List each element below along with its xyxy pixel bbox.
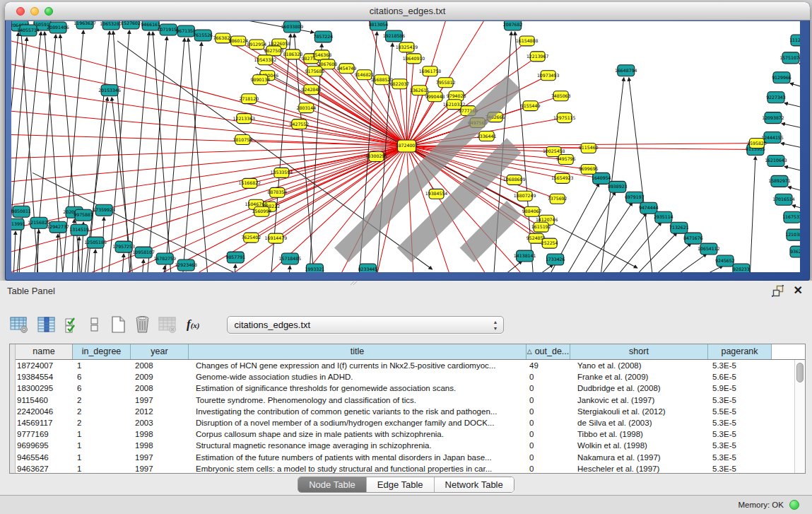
table-cell: 2 (73, 395, 131, 406)
table-cell: 1998 (131, 428, 189, 440)
close-panel-icon[interactable]: ✕ (794, 284, 803, 297)
network-canvas[interactable]: 2064846150591214055714208914061196362710… (11, 21, 800, 272)
table-cell: 0 (526, 371, 570, 382)
table-cell: 1997 (131, 452, 189, 463)
tab-network-table[interactable]: Network Table (435, 477, 514, 492)
table-cell: 1997 (131, 395, 189, 406)
table-row[interactable]: 969969511998Structural magnetic resonanc… (16, 440, 805, 451)
table-source-select[interactable]: citations_edges.txt ▲▼ (227, 316, 504, 334)
table-cell: 5.5E-5 (708, 406, 772, 417)
table-cell: 0 (526, 417, 570, 428)
table-cell: Wolkin et al. (1998) (570, 440, 708, 451)
table-cell: 18300295 (16, 382, 73, 394)
scrollbar-thumb[interactable] (796, 363, 804, 382)
delete-column-icon[interactable] (134, 315, 151, 334)
table-cell: Estimation of significance thresholds fo… (189, 382, 526, 394)
table-cell: 2012 (131, 406, 189, 417)
row-header-gutter (10, 344, 16, 473)
table-cell: 5.3E-5 (708, 417, 772, 428)
table-body: 1872400712008Changes of HCN gene express… (16, 360, 805, 473)
panel-title: Table Panel (7, 286, 55, 296)
table-cell: 19384554 (16, 371, 73, 382)
table-row[interactable]: 977716911998Corpus callosum shape and si… (16, 428, 805, 440)
float-panel-icon[interactable] (772, 285, 784, 297)
table-row[interactable]: 1938455462009Genome-wide association stu… (16, 371, 805, 382)
table-cell: Embryonic stem cells: a model to study s… (189, 463, 526, 473)
window-titlebar[interactable]: citations_edges.txt (5, 2, 810, 21)
table-row[interactable]: 946362711997Embryonic stem cells: a mode… (16, 463, 805, 473)
resize-grip-icon[interactable] (11, 21, 799, 271)
node-table: namein_degreeyeartitle△out_de...shortpag… (9, 344, 806, 474)
table-cell: 5.6E-5 (708, 371, 772, 382)
table-cell: 1997 (131, 463, 189, 473)
table-row[interactable]: 1872400712008Changes of HCN gene express… (16, 360, 805, 371)
column-header-short[interactable]: short (570, 344, 708, 359)
sort-asc-icon: △ (527, 348, 532, 355)
table-cell: Changes of HCN gene expression and I(f) … (189, 360, 526, 371)
table-cell: 14569117 (16, 417, 73, 428)
rows-icon[interactable] (90, 316, 99, 333)
table-cell: 2 (73, 417, 131, 428)
table-cell: Hescheler et al. (1997) (570, 463, 708, 473)
table-cell: 22420046 (16, 406, 73, 417)
table-cell: 2 (73, 406, 131, 417)
table-row[interactable]: 1456911722003Disruption of a novel membe… (16, 417, 805, 428)
new-column-icon[interactable] (110, 315, 126, 334)
table-cell: 9465546 (16, 452, 73, 463)
table-cell: 9777169 (16, 428, 73, 440)
table-grid: namein_degreeyeartitle△out_de...shortpag… (16, 344, 805, 473)
table-panel-header: Table Panel ✕ (0, 281, 812, 300)
table-cell: 5.3E-5 (708, 428, 772, 440)
column-header-in-degree[interactable]: in_degree (73, 344, 131, 359)
tab-edge-table[interactable]: Edge Table (367, 477, 435, 492)
table-cell: Corpus callosum shape and size in male p… (189, 428, 526, 440)
table-cell: 9463627 (16, 463, 73, 473)
column-header-name[interactable]: name (16, 344, 73, 359)
table-scrollbar[interactable] (794, 360, 805, 473)
table-cell: 9115460 (16, 395, 73, 406)
tab-node-table[interactable]: Node Table (298, 477, 367, 492)
show-column-icon[interactable] (37, 316, 56, 334)
table-cell: 5.3E-5 (708, 395, 772, 406)
table-cell: 0 (526, 463, 570, 473)
select-all-icon[interactable] (64, 316, 80, 334)
column-header-title[interactable]: title (189, 344, 526, 359)
delete-table-icon (158, 316, 177, 334)
table-row[interactable]: 946554611997Estimation of the future num… (16, 452, 805, 463)
table-cell: 5.3E-5 (708, 440, 772, 451)
table-cell: 0 (526, 382, 570, 394)
table-cell: Yano et al. (2008) (570, 360, 708, 371)
table-cell: 2003 (131, 417, 189, 428)
memory-status-indicator (789, 500, 799, 510)
function-builder-icon[interactable]: f(x) (187, 317, 200, 332)
splitter-grip[interactable] (349, 281, 358, 286)
table-cell: 9699695 (16, 440, 73, 451)
window-title: citations_edges.txt (5, 6, 810, 16)
table-cell: Tibbo et al. (1998) (570, 428, 708, 440)
table-cell: 0 (526, 395, 570, 406)
table-row[interactable]: 1830029562008Estimation of significance … (16, 382, 805, 394)
table-cell: 0 (526, 452, 570, 463)
table-mode-icon[interactable] (10, 316, 29, 334)
column-header-pagerank[interactable]: pagerank (708, 344, 772, 359)
table-cell: 0 (526, 406, 570, 417)
table-cell: 5.3E-5 (708, 360, 772, 371)
network-window[interactable]: citations_edges.txt 20648461505912140557… (5, 2, 810, 281)
table-cell: 49 (526, 360, 570, 371)
table-row[interactable]: 2242004622012Investigating the contribut… (16, 406, 805, 417)
table-cell: Tourette syndrome. Phenomenology and cla… (189, 395, 526, 406)
table-cell: 2008 (131, 382, 189, 394)
table-cell: Dudbridge et al. (2008) (570, 382, 708, 394)
combo-stepper-icon: ▲▼ (493, 319, 498, 332)
column-header-year[interactable]: year (131, 344, 189, 359)
table-toolbar: f(x) citations_edges.txt ▲▼ (10, 313, 802, 336)
table-cell: de Silva et al. (2003) (570, 417, 708, 428)
table-cell: 1 (73, 452, 131, 463)
table-cell: 5.3E-5 (708, 463, 772, 473)
table-source-value: citations_edges.txt (228, 320, 311, 330)
column-header-out-de-[interactable]: △out_de... (526, 344, 570, 359)
table-cell: 5.9E-5 (708, 382, 772, 394)
table-row[interactable]: 911546021997Tourette syndrome. Phenomeno… (16, 395, 805, 406)
table-cell: 1998 (131, 440, 189, 451)
application-window: citations_edges.txt 20648461505912140557… (0, 0, 812, 514)
